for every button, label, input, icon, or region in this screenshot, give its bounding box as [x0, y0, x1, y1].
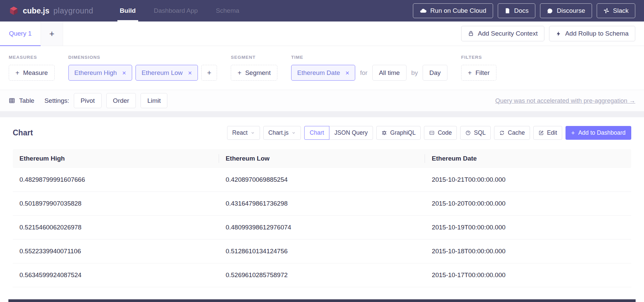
preaggregation-link[interactable]: Query was not accelerated with pre-aggre…: [495, 97, 636, 104]
main-nav: Build Dashboard App Schema: [111, 0, 248, 21]
sql-label: SQL: [474, 129, 486, 136]
add-to-dashboard-label: Add to Dashboard: [578, 129, 626, 136]
nav-item-schema-label: Schema: [216, 7, 239, 14]
table-view-label: Table: [19, 97, 34, 104]
dimension-chip-ethereum-high[interactable]: Ethereum High ×: [68, 65, 132, 81]
code-button[interactable]: Code: [424, 126, 457, 140]
cell-ethereum-low: 0.4208970069885254: [219, 168, 425, 192]
plus-icon: +: [15, 70, 19, 76]
tab-chart-label: Chart: [310, 129, 324, 136]
add-segment-label: Segment: [245, 69, 271, 77]
table-header-row: Ethereum High Ethereum Low Ethereum Date: [13, 149, 631, 168]
add-query-tab-button[interactable]: +: [41, 21, 63, 46]
table-view-toggle[interactable]: Table: [9, 97, 34, 104]
measures-group: MEASURES + Measure: [9, 55, 55, 90]
slack-icon: [603, 8, 609, 14]
chart-panel: Chart React Chart.js Chart: [0, 117, 644, 302]
column-header-label: Ethereum Date: [432, 155, 477, 162]
brand[interactable]: cube.js playground: [9, 6, 93, 16]
tab-json-query[interactable]: JSON Query: [329, 126, 373, 140]
pivot-button[interactable]: Pivot: [74, 93, 101, 108]
time-dimension-chip[interactable]: Ethereum Date ×: [291, 65, 355, 81]
tab-json-query-label: JSON Query: [334, 129, 368, 136]
time-group: TIME Ethereum Date × for All time by Day: [291, 55, 447, 90]
dimension-chip-label: Ethereum Low: [142, 69, 183, 77]
add-security-context-button[interactable]: Add Security Context: [461, 26, 544, 41]
code-icon: [429, 130, 435, 136]
granularity-button[interactable]: Day: [423, 65, 447, 81]
add-dimension-button[interactable]: +: [201, 65, 217, 81]
segment-group: SEGMENT + Segment: [231, 55, 277, 90]
tab-query-1[interactable]: Query 1: [0, 21, 41, 46]
plus-icon: +: [237, 70, 241, 76]
run-on-cube-cloud-label: Run on Cube Cloud: [430, 7, 486, 14]
chart-panel-title: Chart: [13, 128, 33, 137]
add-measure-button[interactable]: + Measure: [9, 65, 55, 81]
cubejs-logo-icon: [9, 6, 19, 16]
column-header-ethereum-high[interactable]: Ethereum High: [13, 149, 219, 168]
results-table: Ethereum High Ethereum Low Ethereum Date…: [13, 149, 631, 287]
close-icon[interactable]: ×: [345, 70, 350, 76]
run-on-cube-cloud-button[interactable]: Run on Cube Cloud: [413, 3, 493, 18]
filters-group: FILTERS + Filter: [461, 55, 496, 90]
framework-select[interactable]: React: [227, 126, 260, 140]
cell-ethereum-high: 0.48298799991607666: [13, 168, 219, 192]
nav-item-dashboard-app-label: Dashboard App: [154, 7, 198, 14]
sql-button[interactable]: SQL: [460, 126, 491, 140]
query-tabs-bar: Query 1 + Add Security Context Add Rollu…: [0, 21, 644, 46]
settings-bar: Table Settings: Pivot Order Limit Query …: [0, 90, 644, 111]
discourse-label: Discourse: [557, 7, 585, 14]
limit-button[interactable]: Limit: [141, 93, 167, 108]
sql-icon: [465, 130, 471, 136]
column-header-ethereum-date[interactable]: Ethereum Date: [425, 149, 631, 168]
table-row: 0.48298799991607666 0.4208970069885254 2…: [13, 168, 631, 192]
add-rollup-to-schema-button[interactable]: Add Rollup to Schema: [549, 26, 635, 41]
app-root: cube.js playground Build Dashboard App S…: [0, 0, 644, 302]
add-security-context-label: Add Security Context: [478, 30, 537, 37]
nav-item-schema[interactable]: Schema: [207, 0, 249, 21]
order-button[interactable]: Order: [106, 93, 136, 108]
close-icon[interactable]: ×: [188, 70, 192, 76]
plus-icon: +: [571, 130, 575, 136]
date-range-button[interactable]: All time: [372, 65, 407, 81]
tab-chart[interactable]: Chart: [304, 126, 329, 140]
cache-label: Cache: [508, 129, 525, 136]
dimensions-group: DIMENSIONS Ethereum High × Ethereum Low …: [68, 55, 217, 90]
table-row: 0.5522339940071106 0.5128610134124756 20…: [13, 240, 631, 263]
plus-icon: +: [207, 69, 211, 77]
lock-icon: [468, 31, 474, 37]
edit-button[interactable]: Edit: [533, 126, 562, 140]
add-filter-label: Filter: [476, 69, 490, 77]
add-rollup-to-schema-label: Add Rollup to Schema: [565, 30, 629, 37]
library-select[interactable]: Chart.js: [263, 126, 301, 140]
dimension-chip-ethereum-low[interactable]: Ethereum Low ×: [136, 65, 198, 81]
chart-panel-header: Chart React Chart.js Chart: [0, 117, 644, 146]
add-filter-button[interactable]: + Filter: [461, 65, 496, 81]
brand-name: cube.js: [23, 6, 49, 15]
table-icon: [9, 97, 15, 104]
cell-ethereum-date: 2015-10-19T00:00:00.000: [425, 216, 631, 240]
segment-heading: SEGMENT: [231, 55, 277, 60]
nav-item-build-label: Build: [120, 7, 136, 14]
cache-button[interactable]: Cache: [494, 126, 530, 140]
add-segment-button[interactable]: + Segment: [231, 65, 277, 81]
view-toggle-group: Chart JSON Query: [304, 126, 373, 140]
close-icon[interactable]: ×: [122, 70, 126, 76]
column-header-ethereum-low[interactable]: Ethereum Low: [219, 149, 425, 168]
slack-button[interactable]: Slack: [597, 3, 635, 18]
nav-item-dashboard-app[interactable]: Dashboard App: [145, 0, 207, 21]
table-row: 0.5215460062026978 0.48099398612976074 2…: [13, 216, 631, 240]
cell-ethereum-low: 0.5269610285758972: [219, 263, 425, 287]
cell-ethereum-low: 0.5128610134124756: [219, 240, 425, 263]
for-word: for: [360, 69, 367, 77]
plus-icon: +: [49, 29, 54, 39]
graphiql-button[interactable]: GraphiQL: [376, 126, 421, 140]
nav-item-build[interactable]: Build: [111, 0, 145, 21]
add-to-dashboard-button[interactable]: + Add to Dashboard: [566, 126, 631, 140]
docs-button[interactable]: Docs: [498, 3, 535, 18]
cell-ethereum-date: 2015-10-18T00:00:00.000: [425, 240, 631, 263]
table-row: 0.5018979907035828 0.4316479861736298 20…: [13, 192, 631, 216]
table-row: 0.5634599924087524 0.5269610285758972 20…: [13, 263, 631, 287]
discourse-button[interactable]: Discourse: [540, 3, 592, 18]
filters-heading: FILTERS: [461, 55, 496, 60]
